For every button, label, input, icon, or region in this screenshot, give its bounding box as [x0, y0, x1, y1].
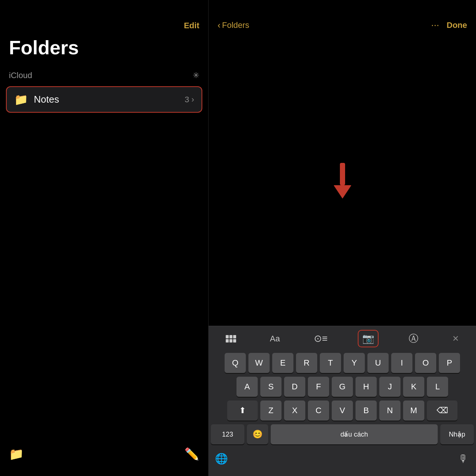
keyboard-row-5: 🌐 🎙: [209, 447, 476, 476]
table-button[interactable]: [222, 333, 240, 345]
keyboard-row-1: Q W E R T Y U I O P: [209, 351, 476, 375]
format-button[interactable]: Aa: [266, 332, 284, 346]
keyboard-row-2: A S D F G H J K L: [209, 375, 476, 399]
note-content-area[interactable]: [209, 35, 476, 326]
key-n[interactable]: N: [379, 401, 401, 421]
notes-count: 3: [184, 95, 189, 104]
new-folder-button[interactable]: 📁: [9, 447, 24, 461]
emoji-key[interactable]: 😊: [247, 424, 268, 444]
key-s[interactable]: S: [260, 377, 282, 397]
keyboard: Q W E R T Y U I O P A S D F G H J K L ⬆ …: [209, 351, 476, 476]
key-v[interactable]: V: [332, 401, 353, 421]
key-x[interactable]: X: [284, 401, 305, 421]
key-i[interactable]: I: [391, 353, 412, 373]
toolbar-close-button[interactable]: ✕: [448, 332, 463, 346]
checklist-icon: ⊙≡: [314, 333, 328, 344]
key-m[interactable]: M: [403, 401, 424, 421]
format-icon: Aa: [270, 334, 280, 344]
back-chevron-icon: ‹: [218, 20, 221, 30]
key-r[interactable]: R: [296, 353, 317, 373]
backspace-key[interactable]: ⌫: [427, 401, 457, 421]
arrow-head: [334, 185, 351, 199]
key-o[interactable]: O: [415, 353, 436, 373]
globe-key[interactable]: 🌐: [211, 448, 232, 469]
markup-button[interactable]: Ⓐ: [405, 330, 422, 347]
key-y[interactable]: Y: [344, 353, 365, 373]
microphone-key[interactable]: 🎙: [453, 448, 474, 469]
right-panel: ‹ Folders ··· Done Aa ⊙≡ 📷: [208, 0, 476, 476]
key-e[interactable]: E: [272, 353, 293, 373]
arrow-shaft: [340, 163, 345, 185]
right-header: ‹ Folders ··· Done: [209, 0, 476, 35]
edit-button[interactable]: Edit: [184, 21, 199, 30]
red-arrow-indicator: [334, 163, 351, 199]
key-l[interactable]: L: [427, 377, 448, 397]
key-g[interactable]: G: [332, 377, 353, 397]
enter-key[interactable]: Nhập: [440, 424, 474, 444]
chevron-right-icon: ›: [192, 95, 194, 104]
keyboard-row-4: 123 😊 dấu cách Nhập: [209, 422, 476, 447]
back-label: Folders: [222, 20, 249, 30]
formatting-toolbar: Aa ⊙≡ 📷 Ⓐ ✕: [209, 326, 476, 351]
camera-icon: 📷: [362, 333, 374, 344]
numbers-key[interactable]: 123: [211, 424, 244, 444]
key-j[interactable]: J: [379, 377, 401, 397]
compose-button[interactable]: ✏️: [184, 447, 199, 461]
icloud-label: iCloud: [9, 71, 32, 80]
left-bottom-bar: 📁 ✏️: [0, 441, 208, 476]
key-p[interactable]: P: [439, 353, 460, 373]
notes-folder-label: Notes: [34, 94, 184, 105]
more-options-button[interactable]: ···: [431, 19, 439, 31]
notes-folder-row[interactable]: 📁 Notes 3 ›: [6, 86, 202, 113]
key-k[interactable]: K: [403, 377, 424, 397]
key-c[interactable]: C: [308, 401, 329, 421]
back-button[interactable]: ‹ Folders: [218, 20, 249, 30]
key-q[interactable]: Q: [225, 353, 246, 373]
close-icon: ✕: [452, 334, 459, 344]
key-d[interactable]: D: [284, 377, 305, 397]
key-z[interactable]: Z: [260, 401, 282, 421]
key-b[interactable]: B: [356, 401, 377, 421]
table-icon: [226, 335, 236, 342]
shift-key[interactable]: ⬆: [227, 401, 258, 421]
checklist-button[interactable]: ⊙≡: [310, 331, 331, 347]
icloud-section: iCloud ✳︎: [0, 68, 208, 83]
key-a[interactable]: A: [237, 377, 258, 397]
space-key[interactable]: dấu cách: [271, 424, 438, 444]
key-w[interactable]: W: [248, 353, 270, 373]
camera-button[interactable]: 📷: [358, 330, 379, 347]
key-h[interactable]: H: [356, 377, 377, 397]
left-header: Edit: [0, 0, 208, 33]
folders-title: Folders: [0, 33, 208, 68]
key-f[interactable]: F: [308, 377, 329, 397]
folder-icon: 📁: [14, 93, 28, 106]
left-panel: Edit Folders iCloud ✳︎ 📁 Notes 3 › 📁 ✏️: [0, 0, 208, 476]
keyboard-row-3: ⬆ Z X C V B N M ⌫: [209, 399, 476, 422]
key-t[interactable]: T: [320, 353, 341, 373]
spinner-icon: ✳︎: [193, 71, 199, 80]
header-right-group: ··· Done: [431, 19, 467, 31]
done-button[interactable]: Done: [447, 20, 467, 30]
key-u[interactable]: U: [367, 353, 389, 373]
markup-icon: Ⓐ: [409, 332, 418, 345]
